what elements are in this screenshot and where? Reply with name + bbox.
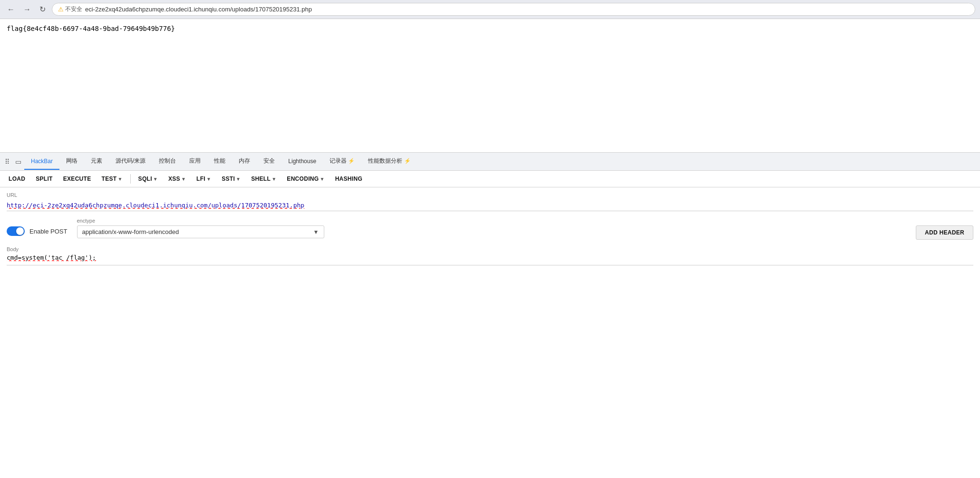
ssti-dropdown-arrow: ▼ bbox=[236, 176, 241, 182]
sqli-dropdown-arrow: ▼ bbox=[153, 176, 158, 182]
tab-performance-insights[interactable]: 性能数据分析 ⚡ bbox=[361, 153, 417, 170]
tab-application[interactable]: 应用 bbox=[183, 153, 207, 170]
enctype-section: enctype application/x-www-form-urlencode… bbox=[77, 218, 906, 238]
xss-dropdown[interactable]: XSS ▼ bbox=[164, 173, 191, 185]
hackbar-toolbar: LOAD SPLIT EXECUTE TEST ▼ SQLI ▼ XSS ▼ L… bbox=[0, 171, 980, 187]
ssti-dropdown[interactable]: SSTI ▼ bbox=[217, 173, 245, 185]
tab-sources[interactable]: 源代码/来源 bbox=[109, 153, 152, 170]
tab-console[interactable]: 控制台 bbox=[152, 153, 183, 170]
tab-memory[interactable]: 内存 bbox=[232, 153, 257, 170]
enctype-label: enctype bbox=[77, 218, 906, 224]
tab-elements[interactable]: 元素 bbox=[84, 153, 109, 170]
page-content: flag{8e4cf48b-6697-4a48-9bad-79649b49b77… bbox=[0, 19, 980, 152]
url-label: URL bbox=[7, 192, 973, 198]
enable-post-label: Enable POST bbox=[29, 228, 68, 235]
split-button[interactable]: SPLIT bbox=[31, 173, 58, 185]
devtools-tabs: ⠿ ▭ HackBar 网络 元素 源代码/来源 控制台 应用 性能 内存 安全… bbox=[0, 153, 980, 171]
load-button[interactable]: LOAD bbox=[4, 173, 30, 185]
recorder-suffix: ⚡ bbox=[348, 158, 355, 164]
test-dropdown[interactable]: TEST ▼ bbox=[97, 173, 127, 185]
tab-performance[interactable]: 性能 bbox=[207, 153, 232, 170]
devtools-panel: ⠿ ▭ HackBar 网络 元素 源代码/来源 控制台 应用 性能 内存 安全… bbox=[0, 152, 980, 270]
flag-text: flag{8e4cf48b-6697-4a48-9bad-79649b49b77… bbox=[7, 25, 973, 32]
xss-dropdown-arrow: ▼ bbox=[181, 176, 186, 182]
address-url: eci-2ze2xq42uda6chpzumqe.cloudeci1.ichun… bbox=[85, 6, 312, 13]
security-label: 不安全 bbox=[65, 5, 82, 13]
url-input[interactable] bbox=[7, 200, 973, 211]
execute-button[interactable]: EXECUTE bbox=[58, 173, 96, 185]
hackbar-options-row: Enable POST enctype application/x-www-fo… bbox=[7, 218, 973, 240]
enctype-select[interactable]: application/x-www-form-urlencoded ▼ bbox=[77, 225, 324, 238]
address-bar[interactable]: ⚠ 不安全 eci-2ze2xq42uda6chpzumqe.cloudeci1… bbox=[52, 3, 975, 16]
refresh-button[interactable]: ↻ bbox=[37, 4, 48, 15]
hackbar-body: URL Enable POST enctype application/x-ww… bbox=[0, 187, 980, 270]
tab-security[interactable]: 安全 bbox=[257, 153, 281, 170]
body-label: Body bbox=[7, 246, 973, 252]
url-section: URL bbox=[7, 192, 973, 211]
inspect-icon-button[interactable]: ⠿ bbox=[2, 154, 12, 169]
enable-post-toggle[interactable] bbox=[7, 226, 25, 236]
tab-network[interactable]: 网络 bbox=[59, 153, 84, 170]
encoding-dropdown-arrow: ▼ bbox=[320, 176, 324, 182]
forward-button[interactable]: → bbox=[21, 4, 33, 15]
perf-insights-suffix: ⚡ bbox=[404, 158, 411, 164]
tab-hackbar[interactable]: HackBar bbox=[24, 154, 59, 170]
add-header-button[interactable]: ADD HEADER bbox=[916, 225, 973, 240]
toolbar-separator bbox=[130, 174, 131, 184]
lfi-dropdown-arrow: ▼ bbox=[206, 176, 211, 182]
toggle-knob bbox=[16, 227, 24, 235]
encoding-dropdown[interactable]: ENCODING ▼ bbox=[282, 173, 329, 185]
enctype-value: application/x-www-form-urlencoded bbox=[82, 228, 310, 235]
hashing-button[interactable]: HASHING bbox=[330, 173, 367, 185]
enable-post-row: Enable POST bbox=[7, 226, 68, 236]
sqli-dropdown[interactable]: SQLI ▼ bbox=[134, 173, 163, 185]
test-dropdown-arrow: ▼ bbox=[117, 176, 122, 182]
device-icon-button[interactable]: ▭ bbox=[12, 154, 24, 169]
warning-icon: ⚠ bbox=[58, 6, 64, 13]
tab-lighthouse[interactable]: Lighthouse bbox=[281, 154, 323, 170]
body-section: Body bbox=[7, 246, 973, 265]
tab-recorder[interactable]: 记录器 ⚡ bbox=[323, 153, 361, 170]
shell-dropdown[interactable]: SHELL ▼ bbox=[246, 173, 281, 185]
back-button[interactable]: ← bbox=[5, 4, 17, 15]
lfi-dropdown[interactable]: LFI ▼ bbox=[192, 173, 216, 185]
enctype-arrow-icon: ▼ bbox=[313, 229, 319, 235]
browser-chrome: ← → ↻ ⚠ 不安全 eci-2ze2xq42uda6chpzumqe.clo… bbox=[0, 0, 980, 19]
security-warning: ⚠ 不安全 bbox=[58, 5, 82, 13]
body-input[interactable] bbox=[7, 254, 973, 261]
shell-dropdown-arrow: ▼ bbox=[272, 176, 276, 182]
